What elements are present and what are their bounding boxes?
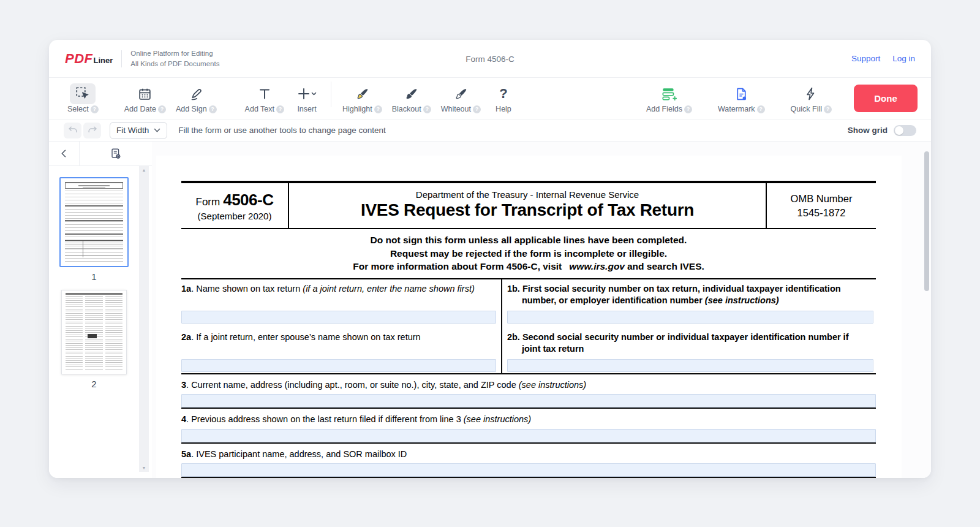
help-badge-icon[interactable]: ? [209,105,217,113]
help-tool-button[interactable]: ? Help [491,83,516,113]
field-3-input[interactable] [181,394,876,408]
add-date-tool-button[interactable]: Add Date? [124,83,166,113]
login-link[interactable]: Log in [892,54,915,63]
help-badge-icon[interactable]: ? [757,105,765,113]
page-settings-button[interactable] [80,142,152,165]
line-1a-label: 1a. Name shown on tax return (if a joint… [181,279,501,295]
whiteout-brush-icon [453,86,469,102]
label-text: Second social security number or individ… [520,332,849,354]
scroll-up-icon[interactable]: ▲ [142,168,146,172]
scroll-down-icon[interactable]: ▼ [142,466,146,470]
field-2b-input[interactable] [507,359,873,372]
add-sign-tool-button[interactable]: Add Sign? [176,83,217,113]
editor-content: 1 2 ▲ ▼ [49,142,931,478]
select-tool-label: Select [67,105,89,113]
vertical-scrollbar[interactable] [924,149,929,473]
page-1-thumbnail[interactable] [59,177,129,267]
notice-line-3: For more information about Form 4506-C, … [181,260,876,273]
form-header-table: Form 4506-C (September 2020) Department … [181,181,876,229]
pdfliner-logo[interactable]: PDF Liner Online Platform for Editing Al… [65,48,219,68]
blackout-tool-button[interactable]: Blackout? [392,83,431,113]
show-grid-control: Show grid [848,125,916,136]
watermark-tool-button[interactable]: Watermark? [718,83,765,113]
help-badge-icon[interactable]: ? [158,105,166,113]
form-notices: Do not sign this form unless all applica… [181,229,876,278]
help-badge-icon[interactable]: ? [473,105,481,113]
field-4-input[interactable] [181,429,876,442]
line-3-row: 3. Current name, address (including apt.… [181,374,876,409]
calendar-icon [137,86,153,102]
highlight-tool-button[interactable]: Highlight? [342,83,382,113]
document-viewport: Form 4506-C (September 2020) Department … [152,142,931,478]
line-5a-label: 5a. IVES participant name, address, and … [181,444,876,461]
whiteout-tool-button[interactable]: Whiteout? [441,83,481,113]
undo-redo-group [64,123,101,138]
help-badge-icon[interactable]: ? [423,105,431,113]
label-text: . If a joint return, enter spouse’s name… [191,332,421,342]
notice-3-text: For more information about Form 4506-C, … [353,261,562,271]
thumbnails-panel: 1 2 ▲ ▼ [49,166,152,478]
help-badge-icon[interactable]: ? [684,105,692,113]
done-button[interactable]: Done [854,85,918,112]
undo-button[interactable] [64,123,81,138]
omb-label: OMB Number [791,192,853,205]
insert-tool-button[interactable]: Insert [294,83,320,113]
main-toolbar: Select? Add Date? Add Sign? [49,78,931,119]
quick-fill-tool-button[interactable]: Quick Fill? [791,83,832,113]
pages-sidebar: 1 2 ▲ ▼ [49,142,152,478]
plus-chevron-icon [296,86,317,101]
line-4-label: 4. Previous address shown on the last re… [181,409,876,426]
line-3-label: 3. Current name, address (including apt.… [181,374,876,392]
help-badge-icon[interactable]: ? [276,105,284,113]
page-1-number: 1 [91,271,96,282]
field-2a-input[interactable] [181,359,496,372]
help-badge-icon[interactable]: ? [824,105,832,113]
form-number: 4506-C [223,191,273,210]
add-text-tool-button[interactable]: Add Text? [245,83,284,113]
support-link[interactable]: Support [851,54,880,63]
highlight-brush-icon [355,86,370,102]
logo-tagline: Online Platform for Editing All Kinds of… [130,48,219,68]
line-1b-cell: 1b. First social security number on tax … [502,279,876,328]
watermark-tool-label: Watermark [718,105,755,113]
scrollbar-thumb[interactable] [924,151,929,291]
watermark-document-icon [734,86,749,102]
sidebar-header [49,142,152,166]
editor-window: PDF Liner Online Platform for Editing Al… [49,40,931,478]
blackout-tool-label: Blackout [392,105,421,113]
show-grid-toggle[interactable] [894,125,916,136]
line-number: 5a [181,449,191,459]
thumbnail-column [66,296,83,370]
toolbar-divider [331,82,331,107]
line-5a-row: 5a. IVES participant name, address, and … [181,444,876,479]
form-title: IVES Request for Transcript of Tax Retur… [289,200,766,220]
page-2-thumbnail[interactable] [61,290,127,374]
field-1a-input[interactable] [181,311,496,324]
omb-cell: OMB Number 1545-1872 [766,183,876,228]
thumbnail-list: 1 2 [49,177,139,395]
help-badge-icon[interactable]: ? [374,105,382,113]
thumbnail-table [65,240,123,257]
add-fields-tool-button[interactable]: Add Fields? [646,83,692,113]
help-badge-icon[interactable]: ? [91,105,99,113]
thumbnail-content [65,191,123,262]
line-2b-label: 2b. Second social security number or ind… [502,328,876,355]
collapse-sidebar-button[interactable] [49,142,80,165]
label-text: First social security number on tax retu… [520,284,841,306]
lightning-bolt-icon [804,86,818,101]
page-2-number: 2 [91,379,96,389]
line-number: 1b. [507,284,520,294]
line-4-row: 4. Previous address shown on the last re… [181,409,876,444]
app-header: PDF Liner Online Platform for Editing Al… [49,40,931,78]
zoom-mode-dropdown[interactable]: Fit Width [110,122,167,139]
redo-button[interactable] [83,123,101,138]
select-tool-button[interactable]: Select? [67,83,99,113]
quick-fill-tool-label: Quick Fill [791,105,822,113]
logo-liner: Liner [94,56,113,65]
irs-form-4506c: Form 4506-C (September 2020) Department … [181,181,876,478]
field-1b-input[interactable] [507,311,873,324]
thumbnail-content [88,334,97,338]
field-5a-input[interactable] [181,463,876,477]
chevron-left-icon [58,148,70,159]
sidebar-scrollbar[interactable]: ▲ ▼ [139,166,149,472]
